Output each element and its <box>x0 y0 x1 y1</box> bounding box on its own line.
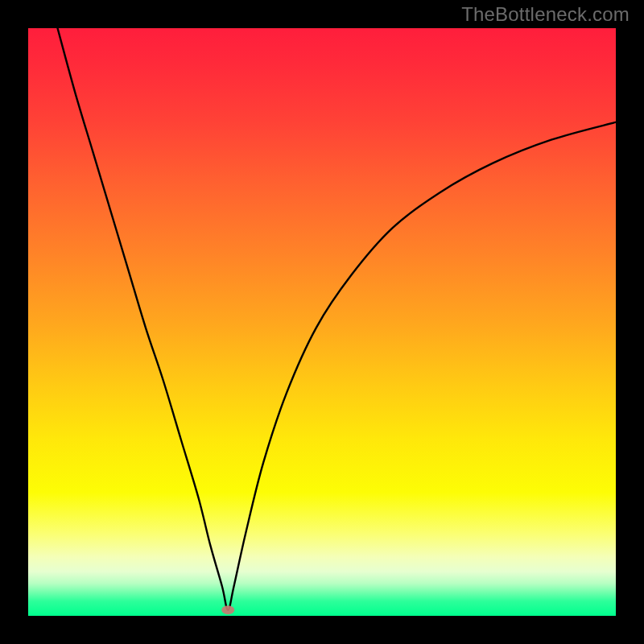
branding-label: TheBottleneck.com <box>461 3 630 26</box>
chart-stage: TheBottleneck.com <box>0 0 644 644</box>
minimum-marker <box>221 605 234 614</box>
plot-area <box>28 28 616 616</box>
curve-path <box>58 28 617 610</box>
bottleneck-curve <box>28 28 616 616</box>
